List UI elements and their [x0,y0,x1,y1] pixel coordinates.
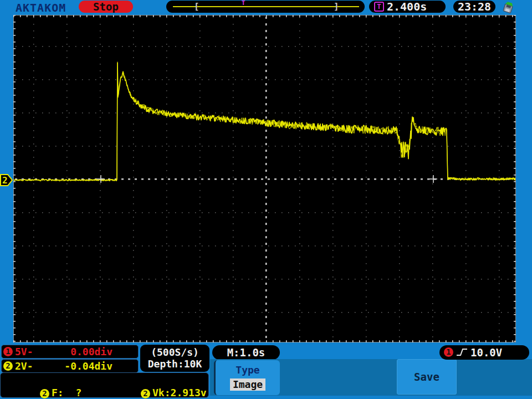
acquisition-status-badge: Stop [79,1,133,13]
trigger-position-bar: [ ] T [166,1,365,13]
window-right-bracket: ] [334,1,339,12]
measurement-voltage: 2V:2.316v [105,386,201,398]
type-menu-value[interactable]: Image [230,378,265,391]
timebase-readout: M:1.0s [212,345,280,360]
oscilloscope-display: AKTAKOM Stop [ ] T T 2.400s 23:28 2 1 5V… [0,0,532,399]
trigger-channel-badge: 1 [444,347,453,357]
channel-2-badge: 2 [3,361,13,371]
memory-depth: Depth:10K [140,358,209,370]
trigger-settings-readout: 1 10.0V [439,345,529,360]
measurements-box: 2F: ? 2Vk:2.913v 2+D:99.8% 2V:2.316v [0,372,209,398]
waveform-canvas [13,15,516,342]
channel-2-position-label: 2 [2,175,8,186]
measurement-frequency: 2F: ? [4,374,81,386]
window-left-bracket: [ [194,1,200,12]
channel-2-offset: -0.04div [64,360,112,372]
trigger-time-value: 2.400s [387,1,427,13]
record-window-line [173,6,359,7]
rising-edge-icon [456,347,468,357]
channel-2-position-marker: 2 [0,173,13,187]
acquisition-info-box: (500S/s) Depth:10K [140,345,209,372]
channel-1-badge: 1 [3,347,13,356]
measurement-duty: 2+D:99.8% [4,386,100,398]
trigger-position-icon: T [240,1,247,6]
channel-1-offset: 0.00div [70,345,112,358]
channel-2-settings-box: 2 2V- -0.04div [1,359,139,373]
trigger-level-value: 10.0V [470,345,502,360]
sample-rate: (500S/s) [140,346,209,358]
storage-disk-icon [502,1,515,14]
trigger-time-readout: T 2.400s [369,1,446,13]
channel-2-scale: 2V- [15,360,33,372]
clock: 23:28 [453,1,495,13]
type-menu-label: Type [216,364,280,376]
brand-logo: AKTAKOM [16,1,66,14]
save-type-menu[interactable]: Type Image [214,360,280,395]
channel-1-scale: 5V- [15,345,33,358]
channel-1-settings-box: 1 5V- 0.00div [1,345,139,359]
trigger-t-icon: T [374,2,384,12]
save-button[interactable]: Save [397,359,457,395]
measurement-vk: 2Vk:2.913v [105,374,207,386]
